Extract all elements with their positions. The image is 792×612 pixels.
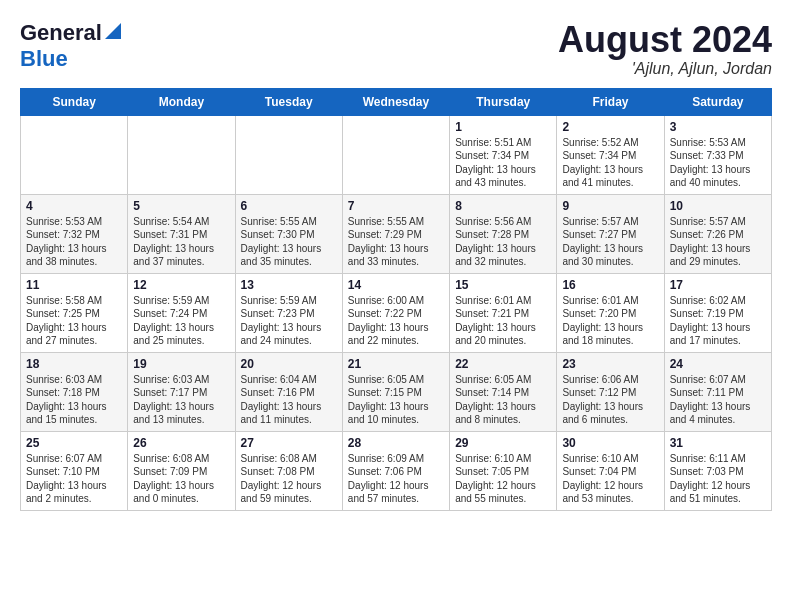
table-row: 5Sunrise: 5:54 AM Sunset: 7:31 PM Daylig…: [128, 194, 235, 273]
day-number: 12: [133, 278, 229, 292]
day-info: Sunrise: 5:59 AM Sunset: 7:23 PM Dayligh…: [241, 294, 337, 348]
calendar-title: August 2024: [558, 20, 772, 60]
calendar-week-row: 18Sunrise: 6:03 AM Sunset: 7:18 PM Dayli…: [21, 352, 772, 431]
col-thursday: Thursday: [450, 88, 557, 115]
col-tuesday: Tuesday: [235, 88, 342, 115]
day-number: 2: [562, 120, 658, 134]
day-number: 9: [562, 199, 658, 213]
day-number: 23: [562, 357, 658, 371]
table-row: 4Sunrise: 5:53 AM Sunset: 7:32 PM Daylig…: [21, 194, 128, 273]
day-info: Sunrise: 6:00 AM Sunset: 7:22 PM Dayligh…: [348, 294, 444, 348]
day-number: 19: [133, 357, 229, 371]
table-row: 11Sunrise: 5:58 AM Sunset: 7:25 PM Dayli…: [21, 273, 128, 352]
page-header: General Blue August 2024 'Ajlun, Ajlun, …: [20, 20, 772, 78]
day-number: 26: [133, 436, 229, 450]
table-row: 9Sunrise: 5:57 AM Sunset: 7:27 PM Daylig…: [557, 194, 664, 273]
day-number: 8: [455, 199, 551, 213]
logo: General Blue: [20, 20, 121, 72]
col-friday: Friday: [557, 88, 664, 115]
day-number: 21: [348, 357, 444, 371]
day-number: 11: [26, 278, 122, 292]
day-info: Sunrise: 6:03 AM Sunset: 7:17 PM Dayligh…: [133, 373, 229, 427]
day-info: Sunrise: 6:07 AM Sunset: 7:11 PM Dayligh…: [670, 373, 766, 427]
table-row: 3Sunrise: 5:53 AM Sunset: 7:33 PM Daylig…: [664, 115, 771, 194]
day-info: Sunrise: 5:58 AM Sunset: 7:25 PM Dayligh…: [26, 294, 122, 348]
table-row: 21Sunrise: 6:05 AM Sunset: 7:15 PM Dayli…: [342, 352, 449, 431]
calendar-location: 'Ajlun, Ajlun, Jordan: [558, 60, 772, 78]
col-wednesday: Wednesday: [342, 88, 449, 115]
day-info: Sunrise: 5:55 AM Sunset: 7:29 PM Dayligh…: [348, 215, 444, 269]
day-number: 10: [670, 199, 766, 213]
table-row: 12Sunrise: 5:59 AM Sunset: 7:24 PM Dayli…: [128, 273, 235, 352]
day-info: Sunrise: 6:10 AM Sunset: 7:05 PM Dayligh…: [455, 452, 551, 506]
day-info: Sunrise: 5:59 AM Sunset: 7:24 PM Dayligh…: [133, 294, 229, 348]
table-row: 2Sunrise: 5:52 AM Sunset: 7:34 PM Daylig…: [557, 115, 664, 194]
day-info: Sunrise: 6:01 AM Sunset: 7:21 PM Dayligh…: [455, 294, 551, 348]
table-row: 20Sunrise: 6:04 AM Sunset: 7:16 PM Dayli…: [235, 352, 342, 431]
day-info: Sunrise: 6:07 AM Sunset: 7:10 PM Dayligh…: [26, 452, 122, 506]
day-number: 7: [348, 199, 444, 213]
svg-marker-0: [105, 23, 121, 39]
day-number: 27: [241, 436, 337, 450]
col-saturday: Saturday: [664, 88, 771, 115]
day-info: Sunrise: 6:04 AM Sunset: 7:16 PM Dayligh…: [241, 373, 337, 427]
day-info: Sunrise: 6:03 AM Sunset: 7:18 PM Dayligh…: [26, 373, 122, 427]
table-row: 24Sunrise: 6:07 AM Sunset: 7:11 PM Dayli…: [664, 352, 771, 431]
table-row: 18Sunrise: 6:03 AM Sunset: 7:18 PM Dayli…: [21, 352, 128, 431]
day-info: Sunrise: 6:08 AM Sunset: 7:09 PM Dayligh…: [133, 452, 229, 506]
day-number: 24: [670, 357, 766, 371]
calendar-week-row: 25Sunrise: 6:07 AM Sunset: 7:10 PM Dayli…: [21, 431, 772, 510]
day-number: 22: [455, 357, 551, 371]
day-info: Sunrise: 6:01 AM Sunset: 7:20 PM Dayligh…: [562, 294, 658, 348]
day-info: Sunrise: 6:05 AM Sunset: 7:15 PM Dayligh…: [348, 373, 444, 427]
day-number: 13: [241, 278, 337, 292]
day-info: Sunrise: 5:53 AM Sunset: 7:32 PM Dayligh…: [26, 215, 122, 269]
day-number: 17: [670, 278, 766, 292]
day-info: Sunrise: 6:11 AM Sunset: 7:03 PM Dayligh…: [670, 452, 766, 506]
day-info: Sunrise: 5:53 AM Sunset: 7:33 PM Dayligh…: [670, 136, 766, 190]
table-row: 23Sunrise: 6:06 AM Sunset: 7:12 PM Dayli…: [557, 352, 664, 431]
day-info: Sunrise: 5:51 AM Sunset: 7:34 PM Dayligh…: [455, 136, 551, 190]
table-row: 17Sunrise: 6:02 AM Sunset: 7:19 PM Dayli…: [664, 273, 771, 352]
day-number: 5: [133, 199, 229, 213]
day-number: 4: [26, 199, 122, 213]
logo-blue-text: Blue: [20, 46, 68, 71]
day-number: 14: [348, 278, 444, 292]
table-row: 27Sunrise: 6:08 AM Sunset: 7:08 PM Dayli…: [235, 431, 342, 510]
table-row: 8Sunrise: 5:56 AM Sunset: 7:28 PM Daylig…: [450, 194, 557, 273]
table-row: 1Sunrise: 5:51 AM Sunset: 7:34 PM Daylig…: [450, 115, 557, 194]
day-info: Sunrise: 6:06 AM Sunset: 7:12 PM Dayligh…: [562, 373, 658, 427]
day-info: Sunrise: 6:02 AM Sunset: 7:19 PM Dayligh…: [670, 294, 766, 348]
day-number: 20: [241, 357, 337, 371]
day-number: 29: [455, 436, 551, 450]
day-info: Sunrise: 5:57 AM Sunset: 7:26 PM Dayligh…: [670, 215, 766, 269]
table-row: [342, 115, 449, 194]
table-row: 31Sunrise: 6:11 AM Sunset: 7:03 PM Dayli…: [664, 431, 771, 510]
day-info: Sunrise: 6:09 AM Sunset: 7:06 PM Dayligh…: [348, 452, 444, 506]
day-number: 1: [455, 120, 551, 134]
day-number: 25: [26, 436, 122, 450]
table-row: 16Sunrise: 6:01 AM Sunset: 7:20 PM Dayli…: [557, 273, 664, 352]
title-block: August 2024 'Ajlun, Ajlun, Jordan: [558, 20, 772, 78]
table-row: 28Sunrise: 6:09 AM Sunset: 7:06 PM Dayli…: [342, 431, 449, 510]
day-number: 16: [562, 278, 658, 292]
day-number: 28: [348, 436, 444, 450]
calendar-week-row: 1Sunrise: 5:51 AM Sunset: 7:34 PM Daylig…: [21, 115, 772, 194]
table-row: 14Sunrise: 6:00 AM Sunset: 7:22 PM Dayli…: [342, 273, 449, 352]
table-row: 22Sunrise: 6:05 AM Sunset: 7:14 PM Dayli…: [450, 352, 557, 431]
day-number: 31: [670, 436, 766, 450]
day-number: 3: [670, 120, 766, 134]
table-row: 6Sunrise: 5:55 AM Sunset: 7:30 PM Daylig…: [235, 194, 342, 273]
table-row: 19Sunrise: 6:03 AM Sunset: 7:17 PM Dayli…: [128, 352, 235, 431]
table-row: [235, 115, 342, 194]
day-number: 30: [562, 436, 658, 450]
day-info: Sunrise: 5:52 AM Sunset: 7:34 PM Dayligh…: [562, 136, 658, 190]
table-row: 30Sunrise: 6:10 AM Sunset: 7:04 PM Dayli…: [557, 431, 664, 510]
day-info: Sunrise: 5:57 AM Sunset: 7:27 PM Dayligh…: [562, 215, 658, 269]
day-number: 18: [26, 357, 122, 371]
day-number: 6: [241, 199, 337, 213]
table-row: 25Sunrise: 6:07 AM Sunset: 7:10 PM Dayli…: [21, 431, 128, 510]
table-row: 29Sunrise: 6:10 AM Sunset: 7:05 PM Dayli…: [450, 431, 557, 510]
logo-general-text: General: [20, 20, 102, 46]
table-row: [21, 115, 128, 194]
